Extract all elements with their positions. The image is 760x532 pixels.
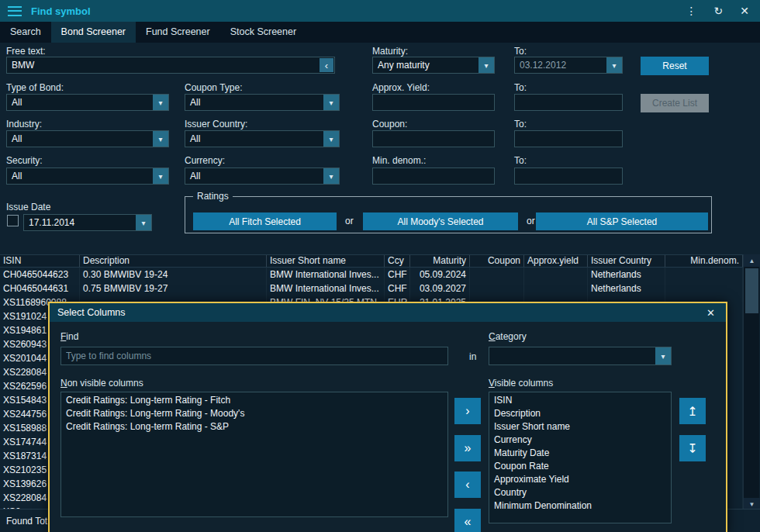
column-header[interactable]: Maturity [410, 255, 470, 267]
cell-issuer-short-name: BMW International Inves... [267, 282, 385, 295]
cell-issuer-country: Netherlands [588, 268, 665, 282]
sp-ratings-button[interactable]: All S&P Selected [536, 212, 708, 230]
cell-description: 0.30 BMWIBV 19-24 [80, 268, 267, 282]
list-item[interactable]: Issuer Short name [489, 420, 671, 434]
coupon-type-select[interactable]: All ▾ [185, 94, 340, 111]
currency-label: Currency: [185, 155, 225, 166]
table-row[interactable]: CH0465044623 0.30 BMWIBV 19-24 BMW Inter… [0, 268, 743, 282]
free-text-field: ‹ [6, 57, 335, 74]
column-header[interactable]: Min.denom. [665, 255, 743, 267]
move-all-right-button[interactable]: » [454, 435, 481, 461]
column-header[interactable]: Issuer Country [588, 255, 665, 267]
list-item[interactable]: Currency [489, 434, 671, 447]
industry-select[interactable]: All ▾ [6, 130, 169, 147]
maturity-select[interactable]: Any maturity ▾ [372, 57, 495, 74]
tab-fund-screener[interactable]: Fund Screener [136, 22, 220, 43]
tab-bond-screener[interactable]: Bond Screener [51, 22, 136, 43]
window-title: Find symbol [31, 5, 91, 17]
scroll-up-icon[interactable]: ▲ [744, 254, 760, 267]
dialog-titlebar: Select Columns ✕ [50, 303, 726, 322]
table-row[interactable]: CH0465044631 0.75 BMWIBV 19-27 BMW Inter… [0, 282, 743, 295]
create-list-button[interactable]: Create List [641, 94, 709, 112]
approx-yield-input[interactable] [373, 97, 494, 108]
column-header[interactable]: Description [80, 255, 267, 267]
min-denom-to-input[interactable] [515, 171, 622, 181]
list-item[interactable]: Maturity Date [489, 447, 671, 460]
currency-select[interactable]: All ▾ [185, 168, 340, 185]
column-header[interactable]: ISIN [0, 255, 80, 267]
issue-date-select[interactable]: 17.11.2014 ▾ [23, 214, 152, 231]
move-to-bottom-button[interactable]: ↧ [679, 435, 706, 461]
hamburger-menu-icon[interactable] [8, 6, 23, 16]
move-to-top-button[interactable]: ↥ [679, 398, 706, 424]
list-item[interactable]: Coupon Rate [489, 460, 671, 473]
category-select[interactable]: ▾ [489, 347, 672, 365]
free-text-label: Free text: [6, 46, 46, 57]
move-left-button[interactable]: ‹ [454, 472, 481, 498]
cell-min-denom [665, 268, 743, 282]
coupon-input[interactable] [373, 133, 494, 144]
approx-yield-label: Approx. Yield: [372, 82, 430, 93]
min-denom-field [372, 168, 495, 185]
column-header[interactable]: Coupon [470, 255, 524, 267]
cell-issuer-short-name: BMW International Inves... [267, 268, 385, 282]
maturity-to-label: To: [514, 46, 527, 57]
column-header[interactable]: Ccy [385, 255, 410, 267]
scrollbar-thumb[interactable] [745, 268, 758, 313]
kebab-menu-icon[interactable]: ⋮ [686, 0, 697, 22]
min-denom-to-field [514, 168, 623, 185]
tab-stock-screener[interactable]: Stock Screener [220, 22, 306, 43]
industry-select-value: All [7, 133, 153, 144]
tab-search[interactable]: Search [0, 22, 51, 43]
fitch-ratings-button[interactable]: All Fitch Selected [193, 212, 337, 230]
coupon-field [372, 130, 495, 147]
chevron-down-icon: ▾ [136, 215, 151, 230]
move-all-left-button[interactable]: « [454, 509, 481, 532]
visible-columns-list[interactable]: ISINDescriptionIssuer Short nameCurrency… [489, 392, 672, 523]
approx-yield-to-input[interactable] [515, 97, 622, 108]
ratings-group: Ratings All Fitch Selected or All Moody'… [185, 196, 712, 233]
non-visible-columns-list[interactable]: Credit Ratings: Long-term Rating - Fitch… [60, 392, 448, 517]
ratings-label: Ratings [193, 191, 233, 202]
column-header[interactable]: Approx.yield [524, 255, 588, 267]
list-item[interactable]: ISIN [489, 394, 671, 407]
issuer-country-select[interactable]: All ▾ [185, 130, 340, 147]
chevron-down-icon: ▾ [478, 57, 494, 73]
free-text-input[interactable] [7, 60, 320, 71]
refresh-icon[interactable]: ↻ [714, 0, 724, 22]
dialog-close-icon[interactable]: ✕ [703, 307, 718, 319]
issuer-country-label: Issuer Country: [185, 119, 247, 130]
issuer-country-select-value: All [185, 133, 323, 144]
collapse-filters-icon[interactable]: ‹ [320, 58, 333, 72]
moodys-ratings-button[interactable]: All Moody's Selected [363, 212, 518, 230]
issue-date-checkbox[interactable] [7, 215, 19, 226]
list-item[interactable]: Approximate Yield [489, 473, 671, 486]
maturity-to-select[interactable]: 03.12.2012 ▾ [514, 57, 623, 74]
list-item[interactable]: Credit Ratings: Long-term Rating - Moody… [61, 407, 447, 420]
coupon-label: Coupon: [372, 119, 407, 130]
find-columns-input[interactable] [61, 351, 447, 361]
coupon-to-input[interactable] [515, 133, 622, 144]
column-header[interactable]: Issuer Short name [267, 255, 385, 267]
min-denom-label: Min. denom.: [372, 155, 426, 166]
reset-button[interactable]: Reset [641, 57, 709, 75]
vertical-scrollbar[interactable]: ▲ ▼ [743, 254, 759, 510]
move-right-button[interactable]: › [454, 398, 481, 424]
chevron-down-icon: ▾ [323, 95, 339, 110]
maturity-select-value: Any maturity [373, 60, 478, 71]
type-of-bond-select[interactable]: All ▾ [6, 94, 169, 111]
cell-maturity: 05.09.2024 [410, 268, 470, 282]
cell-coupon [470, 268, 524, 282]
security-label: Security: [6, 155, 43, 166]
close-icon[interactable]: ✕ [740, 0, 749, 22]
list-item[interactable]: Credit Ratings: Long-term Rating - Fitch [61, 394, 447, 407]
min-denom-input[interactable] [373, 171, 494, 181]
type-of-bond-select-value: All [7, 97, 153, 108]
security-select[interactable]: All ▾ [6, 168, 169, 185]
list-item[interactable]: Country [489, 486, 671, 499]
list-item[interactable]: Description [489, 407, 671, 420]
list-item[interactable]: Credit Ratings: Long-term Rating - S&P [61, 420, 447, 434]
list-item[interactable]: Minimum Denomination [489, 499, 671, 513]
find-label: Find [60, 331, 78, 342]
find-symbol-window: Find symbol ⋮ ↻ ✕ Search Bond Screener F… [0, 0, 760, 532]
